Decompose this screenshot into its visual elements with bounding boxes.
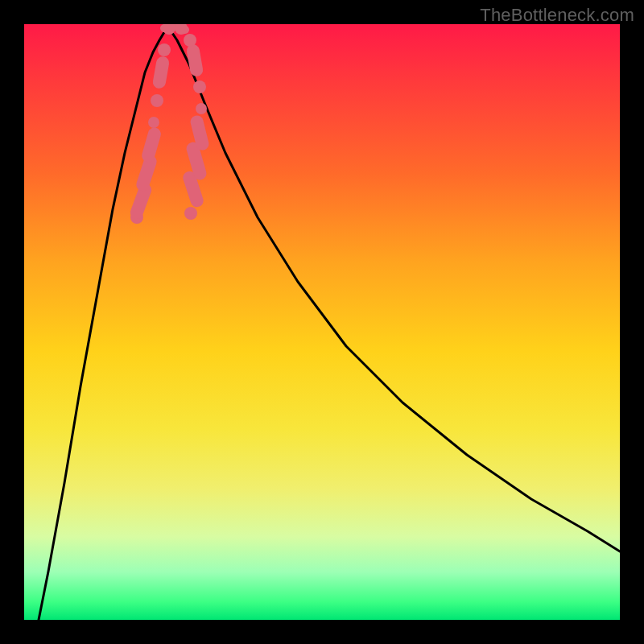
left-bead-5: [148, 117, 159, 128]
right-bead-3: [193, 149, 200, 174]
left-bead-6: [151, 94, 163, 107]
watermark-text: TheBottleneck.com: [480, 5, 634, 26]
left-bead-3: [142, 162, 150, 185]
curve-svg: [24, 24, 620, 620]
chart-frame: TheBottleneck.com: [0, 0, 644, 644]
right-bead-6: [193, 80, 206, 93]
left-bead-8: [158, 43, 171, 56]
right-bead-4: [197, 122, 203, 143]
right-bead-2: [189, 178, 196, 201]
plot-area: [24, 24, 620, 620]
right-bead-8: [184, 34, 196, 47]
right-bead-5: [196, 103, 207, 114]
left-bead-4: [148, 134, 155, 156]
right-bead-1: [184, 207, 197, 220]
left-bead-2: [137, 190, 145, 213]
left-bead-7: [159, 63, 163, 82]
right-bead-7: [193, 51, 196, 70]
series-left-curve: [39, 28, 169, 620]
series-right-curve: [169, 28, 620, 551]
